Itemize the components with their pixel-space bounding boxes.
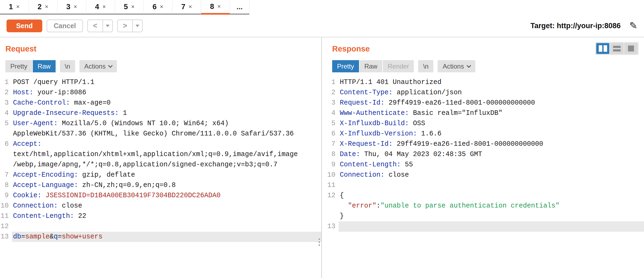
code-line[interactable] <box>12 221 321 232</box>
tab-label: 3 <box>66 3 71 11</box>
response-tab-raw[interactable]: Raw <box>360 60 382 72</box>
edit-target-pencil-icon[interactable]: ✎ <box>629 21 637 31</box>
code-row: 2Content-Type: application/json <box>327 88 644 98</box>
code-row: 3Cache-Control: max-age=0 <box>0 98 321 108</box>
line-number <box>0 149 12 160</box>
repeater-tab-6[interactable]: 6× <box>144 0 172 15</box>
code-line[interactable]: Accept-Language: zh-CN,zh;q=0.9,en;q=0.8 <box>12 180 321 190</box>
code-row: 4Upgrade-Insecure-Requests: 1 <box>0 108 321 118</box>
close-tab-icon[interactable]: × <box>131 3 135 10</box>
code-line[interactable]: Accept: <box>12 139 321 149</box>
code-line[interactable]: Host: your-ip:8086 <box>12 88 321 98</box>
request-tab-pretty[interactable]: Pretty <box>5 60 32 72</box>
code-line[interactable] <box>339 221 644 232</box>
repeater-tab-7[interactable]: 7× <box>172 0 201 15</box>
code-row: 12 <box>0 221 321 232</box>
code-line[interactable]: X-Influxdb-Build: OSS <box>339 118 644 129</box>
repeater-toolbar: Send Cancel < > Target: http://your-ip:8… <box>0 15 644 37</box>
request-editor[interactable]: 1POST /query HTTP/1.12Host: your-ip:8086… <box>0 77 321 242</box>
code-line[interactable]: Accept-Encoding: gzip, deflate <box>12 170 321 180</box>
code-line[interactable]: Cache-Control: max-age=0 <box>12 98 321 108</box>
close-tab-icon[interactable]: × <box>160 3 164 10</box>
tab-label: 6 <box>153 3 157 11</box>
forward-history-dropdown[interactable] <box>132 20 142 32</box>
target-url-label: Target: http://your-ip:8086 <box>530 22 621 30</box>
code-line[interactable]: text/html,application/xhtml+xml,applicat… <box>12 149 321 160</box>
response-actions-label: Actions <box>443 63 464 70</box>
layout-columns-button[interactable] <box>596 43 609 54</box>
code-row: 9Cookie: JSESSIONID=D1B4A00EB30419F7304B… <box>0 190 321 201</box>
code-line[interactable]: "error":"unable to parse authentication … <box>339 201 644 211</box>
back-button[interactable]: < <box>88 20 102 32</box>
repeater-tab-3[interactable]: 3× <box>57 0 86 15</box>
response-newline-toggle[interactable]: \n <box>418 60 433 72</box>
response-title: Response <box>332 44 370 53</box>
columns-layout-icon <box>599 45 602 52</box>
code-line[interactable]: Cookie: JSESSIONID=D1B4A00EB30419F7304BD… <box>12 190 321 201</box>
request-response-split: Request Pretty Raw \n Actions 1POST /que… <box>0 37 644 278</box>
code-line[interactable]: Connection: close <box>12 201 321 211</box>
response-editor[interactable]: 1HTTP/1.1 401 Unauthorized2Content-Type:… <box>327 77 644 232</box>
close-tab-icon[interactable]: × <box>74 3 77 10</box>
cancel-button[interactable]: Cancel <box>47 20 83 32</box>
back-history-dropdown[interactable] <box>102 20 112 32</box>
code-line[interactable]: Upgrade-Insecure-Requests: 1 <box>12 108 321 118</box>
request-newline-toggle[interactable]: \n <box>60 60 75 72</box>
code-line[interactable]: X-Request-Id: 29ff4919-ea26-11ed-8001-00… <box>339 139 644 149</box>
repeater-tab-5[interactable]: 5× <box>115 0 144 15</box>
send-button[interactable]: Send <box>7 20 42 32</box>
request-tab-raw[interactable]: Raw <box>33 60 56 72</box>
close-tab-icon[interactable]: × <box>45 3 49 10</box>
repeater-tab-8[interactable]: 8× <box>201 0 230 15</box>
response-tab-pretty[interactable]: Pretty <box>332 60 359 72</box>
response-actions-dropdown[interactable]: Actions <box>438 60 475 72</box>
code-line[interactable] <box>339 180 644 190</box>
code-line[interactable]: Content-Type: application/json <box>339 88 644 98</box>
line-number: 11 <box>0 211 12 221</box>
line-number: 10 <box>327 170 339 180</box>
code-line[interactable]: Www-Authenticate: Basic realm="InfluxDB" <box>339 108 644 118</box>
forward-button[interactable]: > <box>118 20 132 32</box>
code-row: 8Date: Thu, 04 May 2023 02:48:35 GMT <box>327 149 644 160</box>
code-line[interactable]: Content-Length: 22 <box>12 211 321 221</box>
line-number: 2 <box>0 88 12 98</box>
code-line[interactable]: db=sample&q=show+users <box>12 232 321 242</box>
repeater-tab-1[interactable]: 1× <box>0 0 29 15</box>
more-tabs-button[interactable]: ... <box>230 0 249 15</box>
response-panel-header: Response <box>327 43 644 55</box>
chevron-down-icon <box>467 63 471 68</box>
tab-label: 2 <box>38 3 42 11</box>
layout-single-button[interactable] <box>624 43 637 54</box>
code-row: 5X-Influxdb-Build: OSS <box>327 118 644 129</box>
splitter-drag-handle[interactable] <box>319 238 320 246</box>
code-line[interactable]: Connection: close <box>339 170 644 180</box>
close-tab-icon[interactable]: × <box>16 3 20 10</box>
close-tab-icon[interactable]: × <box>189 3 192 10</box>
repeater-tab-4[interactable]: 4× <box>86 0 115 15</box>
repeater-tab-2[interactable]: 2× <box>29 0 57 15</box>
panel-splitter[interactable] <box>321 37 327 278</box>
code-row: AppleWebKit/537.36 (KHTML, like Gecko) C… <box>0 129 321 139</box>
code-line[interactable]: Content-Length: 55 <box>339 160 644 170</box>
line-number: 3 <box>327 98 339 108</box>
code-line[interactable]: Date: Thu, 04 May 2023 02:48:35 GMT <box>339 149 644 160</box>
code-line[interactable]: AppleWebKit/537.36 (KHTML, like Gecko) C… <box>12 129 321 139</box>
back-navigation-group: < <box>87 20 113 32</box>
line-number: 9 <box>327 160 339 170</box>
tab-label: 4 <box>95 3 99 11</box>
code-line[interactable]: X-Influxdb-Version: 1.6.6 <box>339 129 644 139</box>
code-line[interactable]: POST /query HTTP/1.1 <box>12 77 321 88</box>
code-row: 1POST /query HTTP/1.1 <box>0 77 321 88</box>
code-line[interactable]: Request-Id: 29ff4919-ea26-11ed-8001-0000… <box>339 98 644 108</box>
request-panel: Request Pretty Raw \n Actions 1POST /que… <box>0 37 321 278</box>
code-line[interactable]: /webp,image/apng,*/*;q=0.8,application/s… <box>12 160 321 170</box>
code-line[interactable]: User-Agent: Mozilla/5.0 (Windows NT 10.0… <box>12 118 321 129</box>
code-line[interactable]: } <box>339 211 644 221</box>
request-panel-header: Request <box>0 43 321 55</box>
close-tab-icon[interactable]: × <box>102 3 106 10</box>
code-line[interactable]: HTTP/1.1 401 Unauthorized <box>339 77 644 88</box>
layout-rows-button[interactable] <box>610 43 623 54</box>
close-tab-icon[interactable]: × <box>217 3 221 10</box>
code-line[interactable]: { <box>339 190 644 201</box>
request-actions-dropdown[interactable]: Actions <box>79 60 117 72</box>
